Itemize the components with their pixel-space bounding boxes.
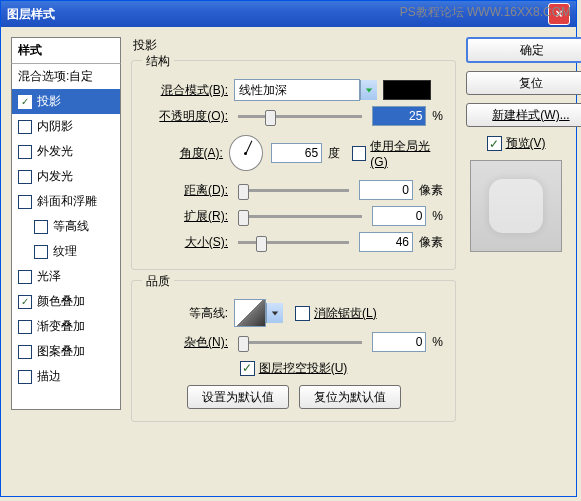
- styles-list: 混合选项:自定 ✓投影 内阴影 外发光 内发光 斜面和浮雕 等高线 纹理 光泽 …: [11, 64, 121, 410]
- angle-input[interactable]: 65: [271, 143, 322, 163]
- style-satin[interactable]: 光泽: [12, 264, 120, 289]
- contour-dropdown-icon[interactable]: [266, 303, 283, 323]
- global-light-checkbox[interactable]: [352, 146, 366, 161]
- style-color-overlay[interactable]: ✓颜色叠加: [12, 289, 120, 314]
- antialias-checkbox[interactable]: [295, 306, 310, 321]
- checkbox-icon[interactable]: [18, 120, 32, 134]
- dropdown-icon[interactable]: [360, 80, 377, 100]
- spread-label: 扩展(R):: [144, 208, 234, 225]
- style-inner-glow[interactable]: 内发光: [12, 164, 120, 189]
- checkbox-icon[interactable]: ✓: [18, 95, 32, 109]
- style-pattern-overlay[interactable]: 图案叠加: [12, 339, 120, 364]
- checkbox-icon[interactable]: [18, 320, 32, 334]
- angle-label: 角度(A):: [144, 145, 229, 162]
- style-texture[interactable]: 纹理: [12, 239, 120, 264]
- spread-unit: %: [432, 209, 443, 223]
- color-swatch[interactable]: [383, 80, 431, 100]
- right-column: 确定 复位 新建样式(W)... ✓ 预览(V): [466, 37, 566, 432]
- preview-checkbox[interactable]: ✓: [487, 136, 502, 151]
- size-input[interactable]: 46: [359, 232, 413, 252]
- blend-mode-select[interactable]: 线性加深: [234, 79, 360, 101]
- distance-slider[interactable]: [238, 189, 349, 192]
- size-label: 大小(S):: [144, 234, 234, 251]
- noise-unit: %: [432, 335, 443, 349]
- style-blend-options[interactable]: 混合选项:自定: [12, 64, 120, 89]
- watermark: PS教程论坛 WWW.16XX8.COM: [400, 4, 571, 21]
- noise-input[interactable]: 0: [372, 332, 426, 352]
- opacity-unit: %: [432, 109, 443, 123]
- new-style-button[interactable]: 新建样式(W)...: [466, 103, 581, 127]
- style-gradient-overlay[interactable]: 渐变叠加: [12, 314, 120, 339]
- styles-column: 样式 混合选项:自定 ✓投影 内阴影 外发光 内发光 斜面和浮雕 等高线 纹理 …: [11, 37, 121, 432]
- distance-label: 距离(D):: [144, 182, 234, 199]
- size-slider[interactable]: [238, 241, 349, 244]
- set-default-button[interactable]: 设置为默认值: [187, 385, 289, 409]
- checkbox-icon[interactable]: ✓: [18, 295, 32, 309]
- dialog-window: 图层样式 × 样式 混合选项:自定 ✓投影 内阴影 外发光 内发光 斜面和浮雕 …: [0, 0, 577, 497]
- ok-button[interactable]: 确定: [466, 37, 581, 63]
- style-bevel[interactable]: 斜面和浮雕: [12, 189, 120, 214]
- panel-title: 投影: [133, 37, 456, 54]
- checkbox-icon[interactable]: [34, 245, 48, 259]
- checkbox-icon[interactable]: [34, 220, 48, 234]
- contour-label: 等高线:: [144, 305, 234, 322]
- checkbox-icon[interactable]: [18, 270, 32, 284]
- window-title: 图层样式: [7, 6, 55, 23]
- angle-dial[interactable]: [229, 135, 263, 171]
- style-inner-shadow[interactable]: 内阴影: [12, 114, 120, 139]
- distance-input[interactable]: 0: [359, 180, 413, 200]
- opacity-slider[interactable]: [238, 115, 362, 118]
- angle-unit: 度: [328, 145, 340, 162]
- styles-header[interactable]: 样式: [11, 37, 121, 64]
- blend-mode-label: 混合模式(B):: [144, 82, 234, 99]
- knockout-checkbox[interactable]: ✓: [240, 361, 255, 376]
- checkbox-icon[interactable]: [18, 195, 32, 209]
- quality-legend: 品质: [142, 273, 174, 290]
- checkbox-icon[interactable]: [18, 170, 32, 184]
- style-contour[interactable]: 等高线: [12, 214, 120, 239]
- contour-picker[interactable]: [234, 299, 266, 327]
- preview-thumbnail: [470, 160, 562, 252]
- noise-slider[interactable]: [238, 341, 362, 344]
- knockout-label[interactable]: 图层挖空投影(U): [259, 360, 348, 377]
- checkbox-icon[interactable]: [18, 145, 32, 159]
- spread-input[interactable]: 0: [372, 206, 426, 226]
- reset-default-button[interactable]: 复位为默认值: [299, 385, 401, 409]
- quality-fieldset: 品质 等高线: 消除锯齿(L) 杂色(N): 0 % ✓ 图层挖空投影(U): [131, 280, 456, 422]
- settings-column: 投影 结构 混合模式(B): 线性加深 不透明度(O): 25 % 角度(A):: [131, 37, 456, 432]
- structure-legend: 结构: [142, 53, 174, 70]
- style-stroke[interactable]: 描边: [12, 364, 120, 389]
- distance-unit: 像素: [419, 182, 443, 199]
- size-unit: 像素: [419, 234, 443, 251]
- noise-label: 杂色(N):: [144, 334, 234, 351]
- global-light-label[interactable]: 使用全局光(G): [370, 138, 443, 169]
- opacity-input[interactable]: 25: [372, 106, 426, 126]
- preview-label[interactable]: 预览(V): [506, 135, 546, 152]
- style-drop-shadow[interactable]: ✓投影: [12, 89, 120, 114]
- antialias-label[interactable]: 消除锯齿(L): [314, 305, 377, 322]
- structure-fieldset: 结构 混合模式(B): 线性加深 不透明度(O): 25 % 角度(A):: [131, 60, 456, 270]
- style-outer-glow[interactable]: 外发光: [12, 139, 120, 164]
- opacity-label: 不透明度(O):: [144, 108, 234, 125]
- spread-slider[interactable]: [238, 215, 362, 218]
- reset-button[interactable]: 复位: [466, 71, 581, 95]
- checkbox-icon[interactable]: [18, 370, 32, 384]
- checkbox-icon[interactable]: [18, 345, 32, 359]
